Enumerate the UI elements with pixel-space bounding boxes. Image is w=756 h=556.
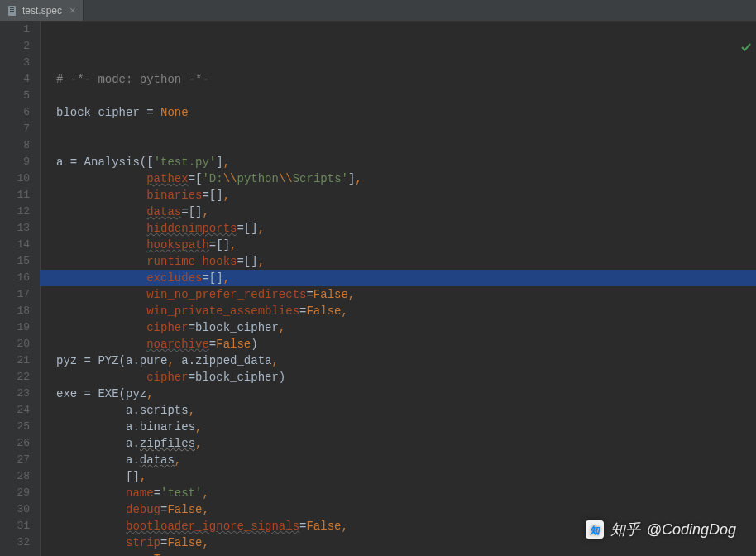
tab-filename: test.spec — [22, 5, 62, 17]
code-token: False, — [167, 536, 208, 549]
code-line[interactable] — [56, 88, 756, 104]
code-line[interactable]: a.scripts, — [56, 402, 756, 419]
code-token: win_private_assemblies — [146, 304, 299, 318]
code-line[interactable] — [56, 121, 756, 137]
code-token: [] — [56, 470, 140, 483]
line-number: 18 — [0, 303, 30, 319]
line-number: 31 — [0, 518, 30, 534]
line-number: 12 — [0, 204, 30, 220]
code-token: , — [279, 321, 285, 334]
code-token: upx — [126, 553, 146, 556]
code-token: \\ — [223, 172, 237, 185]
code-line[interactable]: # -*- mode: python -*- — [56, 71, 756, 88]
code-line[interactable]: binaries=[], — [56, 187, 756, 204]
line-number-gutter: 1234567891011121314151617181920212223242… — [0, 22, 40, 556]
watermark-text: @CodingDog — [647, 521, 736, 539]
code-token: , — [195, 420, 202, 434]
code-line[interactable] — [56, 137, 756, 154]
svg-rect-1 — [10, 7, 14, 8]
code-token: =[] — [202, 189, 222, 202]
code-token — [56, 172, 146, 185]
inspection-status-icon[interactable] — [706, 25, 751, 74]
line-number: 17 — [0, 286, 30, 303]
line-number: 13 — [0, 220, 30, 237]
code-token: block_cipher — [56, 106, 146, 119]
code-line[interactable]: excludes=[], — [56, 270, 756, 286]
code-line[interactable]: block_cipher = None — [56, 104, 756, 121]
code-line[interactable]: a.binaries, — [56, 419, 756, 435]
code-token: cipher — [146, 321, 188, 334]
code-line[interactable]: win_no_prefer_redirects=False, — [56, 286, 756, 303]
code-token: =[] — [237, 222, 257, 235]
code-line[interactable]: upx=True, — [56, 551, 756, 556]
code-line[interactable]: pyz = PYZ(a.pure, a.zipped_data, — [56, 352, 756, 369]
code-token: =block_cipher — [189, 321, 279, 334]
code-token: =[ — [189, 172, 203, 185]
line-number: 29 — [0, 485, 30, 501]
line-number: 27 — [0, 452, 30, 468]
code-token: , — [189, 404, 195, 417]
code-token: False — [216, 338, 251, 351]
line-number: 4 — [0, 71, 30, 88]
code-token — [56, 520, 126, 533]
code-token: False, — [306, 304, 347, 318]
code-token: , — [271, 354, 278, 367]
code-line[interactable]: [], — [56, 468, 756, 485]
line-number: 15 — [0, 253, 30, 270]
code-line[interactable]: a.datas, — [56, 452, 756, 468]
code-line[interactable]: name='test', — [56, 485, 756, 501]
code-token: datas — [146, 205, 181, 218]
code-token: None — [160, 106, 189, 119]
code-token — [56, 271, 146, 285]
code-line[interactable]: datas=[], — [56, 204, 756, 220]
code-line[interactable]: hookspath=[], — [56, 237, 756, 253]
code-token: Scripts' — [293, 172, 348, 185]
code-token: debug — [126, 503, 160, 516]
code-token: bootloader_ignore_signals — [126, 520, 299, 533]
line-number: 10 — [0, 170, 30, 187]
code-line[interactable]: cipher=block_cipher, — [56, 319, 756, 336]
code-token: a = Analysis([ — [56, 156, 154, 169]
code-token: False, — [313, 288, 355, 301]
code-line[interactable]: runtime_hooks=[], — [56, 253, 756, 270]
code-token: a. — [56, 453, 140, 467]
line-number: 24 — [0, 402, 30, 419]
code-line[interactable]: pathex=['D:\\python\\Scripts'], — [56, 170, 756, 187]
code-line[interactable]: debug=False, — [56, 501, 756, 518]
svg-text:知: 知 — [589, 525, 601, 536]
line-number: 6 — [0, 104, 30, 121]
code-token: , — [223, 189, 230, 202]
code-token: = — [146, 106, 160, 119]
code-token: python — [237, 172, 278, 185]
code-token: 'D: — [202, 172, 222, 185]
code-token: , — [202, 486, 208, 500]
code-token: = — [146, 553, 153, 556]
code-line[interactable]: win_private_assemblies=False, — [56, 303, 756, 319]
code-token: pathex — [146, 172, 188, 185]
line-number: 11 — [0, 187, 30, 204]
code-token: , — [230, 238, 237, 252]
code-line[interactable]: cipher=block_cipher) — [56, 369, 756, 386]
code-token — [56, 304, 146, 318]
code-token: cipher — [146, 371, 188, 384]
line-number: 8 — [0, 137, 30, 154]
code-token: ) — [251, 338, 257, 351]
code-area[interactable]: # -*- mode: python -*-block_cipher = Non… — [50, 22, 756, 556]
line-number: 16 — [0, 270, 30, 286]
code-line[interactable]: hiddenimports=[], — [56, 220, 756, 237]
close-icon[interactable]: × — [66, 4, 76, 17]
code-token: noarchive — [146, 338, 209, 351]
code-line[interactable]: noarchive=False) — [56, 336, 756, 352]
tab-test-spec[interactable]: test.spec × — [0, 0, 84, 21]
code-token — [56, 338, 146, 351]
code-token: = — [306, 288, 313, 301]
line-number: 1 — [0, 22, 30, 38]
code-line[interactable]: a.zipfiles, — [56, 435, 756, 452]
code-token — [56, 553, 126, 556]
editor[interactable]: 1234567891011121314151617181920212223242… — [0, 22, 756, 556]
code-token: False, — [306, 520, 347, 533]
code-line[interactable]: exe = EXE(pyz, — [56, 386, 756, 402]
code-token: strip — [126, 536, 160, 549]
code-line[interactable]: a = Analysis(['test.py'], — [56, 154, 756, 170]
code-token: binaries — [146, 189, 202, 202]
